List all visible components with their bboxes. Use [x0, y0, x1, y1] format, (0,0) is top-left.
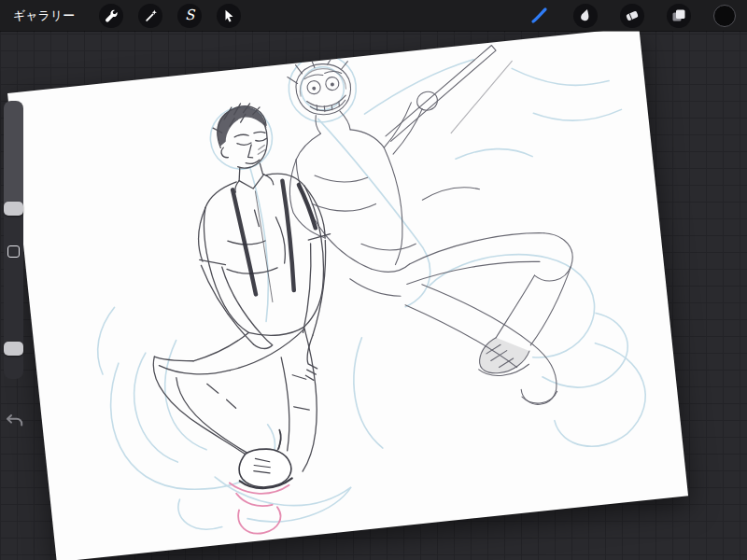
- selection-button[interactable]: S: [177, 4, 202, 28]
- brush-size-slider-handle[interactable]: [4, 202, 23, 216]
- paint-tool-button[interactable]: [527, 4, 551, 28]
- layers-icon: [669, 7, 688, 25]
- adjustments-button[interactable]: [138, 4, 162, 28]
- transform-button[interactable]: [217, 4, 241, 28]
- undo-button[interactable]: [5, 413, 25, 429]
- drawing-canvas[interactable]: [7, 27, 688, 560]
- undo-arrow-icon: [5, 413, 25, 429]
- modify-button[interactable]: [7, 245, 20, 258]
- gallery-button[interactable]: ギャラリー: [11, 7, 77, 24]
- top-toolbar: ギャラリー S: [0, 0, 747, 31]
- color-swatch-button[interactable]: [713, 5, 736, 27]
- magic-wand-icon: [143, 8, 158, 23]
- opacity-slider-handle[interactable]: [4, 342, 23, 356]
- brush-size-slider[interactable]: [4, 101, 23, 209]
- erase-tool-button[interactable]: [620, 4, 644, 28]
- procreate-workspace: ギャラリー S: [0, 0, 747, 560]
- layers-button[interactable]: [667, 4, 691, 28]
- sketch-artwork: [7, 27, 688, 560]
- smudge-tool-button[interactable]: [573, 4, 598, 28]
- brush-icon: [529, 7, 548, 25]
- actions-button[interactable]: [99, 4, 123, 28]
- selection-s-icon: S: [185, 8, 194, 22]
- transform-arrow-icon: [221, 8, 236, 23]
- smudge-icon: [576, 7, 595, 25]
- eraser-icon: [623, 7, 641, 25]
- wrench-icon: [104, 8, 119, 23]
